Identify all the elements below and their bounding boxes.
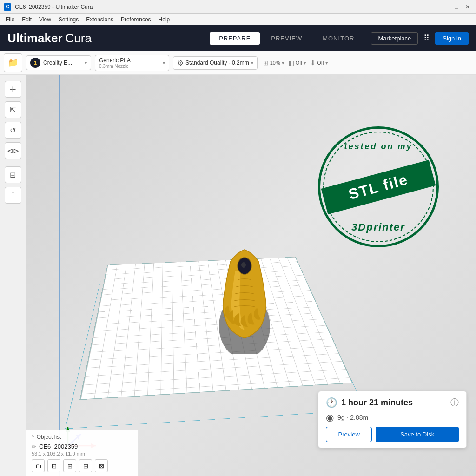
ol-icon-3[interactable]: ⊞ bbox=[63, 459, 76, 472]
save-to-disk-button[interactable]: Save to Disk bbox=[376, 427, 459, 442]
printer-badge: 1 bbox=[30, 58, 40, 68]
time-row: 🕐 1 hour 21 minutes ⓘ bbox=[326, 397, 459, 408]
minimize-button[interactable]: − bbox=[441, 2, 450, 12]
toolbar: 📁 1 Creality E... ▾ Generic PLA 0.3mm No… bbox=[0, 51, 476, 75]
adhesion-value: Off bbox=[317, 60, 324, 66]
object-list-panel: ^ Object list ✏ CE6_2002359 53.1 x 103.2… bbox=[26, 430, 138, 476]
ol-icon-2[interactable]: ⊡ bbox=[47, 459, 60, 472]
preview-button[interactable]: Preview bbox=[326, 427, 372, 442]
menu-view[interactable]: View bbox=[35, 15, 55, 24]
tab-preview[interactable]: PREVIEW bbox=[262, 32, 311, 45]
info-icon[interactable]: ⓘ bbox=[450, 397, 459, 408]
window-title: CE6_2002359 - Ultimaker Cura bbox=[15, 4, 93, 10]
adhesion-control[interactable]: ⬇ Off ▾ bbox=[310, 59, 328, 66]
menu-bar: File Edit View Settings Extensions Prefe… bbox=[0, 14, 476, 25]
bottom-panel: 🕐 1 hour 21 minutes ⓘ ◉ 9g · 2.88m Previ… bbox=[318, 391, 467, 448]
quality-dropdown-arrow: ▾ bbox=[251, 60, 253, 66]
filament-weight: 9g · 2.88m bbox=[337, 414, 459, 421]
stamp-bottom-text: 3Dprinter bbox=[351, 221, 405, 233]
ol-icon-1[interactable]: 🗀 bbox=[32, 459, 45, 472]
material-dropdown-arrow: ▾ bbox=[163, 60, 165, 66]
marketplace-button[interactable]: Marketplace bbox=[371, 32, 418, 45]
build-plate-background: tested on my STL file 3Dprinter 🕐 1 hour… bbox=[26, 75, 476, 476]
object-list-chevron: ^ bbox=[32, 435, 34, 440]
printer-dropdown-arrow: ▾ bbox=[85, 60, 87, 66]
rotate-tool-button[interactable]: ↺ bbox=[5, 122, 21, 139]
app-icon: C bbox=[4, 3, 11, 11]
scale-tool-button[interactable]: ⇱ bbox=[5, 101, 21, 118]
stamp-overlay: tested on my STL file 3Dprinter bbox=[313, 122, 443, 252]
quality-selector[interactable]: ⚙ Standard Quality - 0.2mm ▾ bbox=[173, 56, 258, 70]
grid-icon-button[interactable]: ⠿ bbox=[422, 31, 431, 45]
support-control[interactable]: ◧ Off ▾ bbox=[288, 59, 306, 66]
material-selector[interactable]: Generic PLA 0.3mm Nozzle ▾ bbox=[95, 55, 169, 71]
close-button[interactable]: ✕ bbox=[463, 2, 472, 12]
title-bar-left: C CE6_2002359 - Ultimaker Cura bbox=[4, 3, 93, 11]
filament-icon: ◉ bbox=[326, 412, 334, 423]
printer-name: Creality E... bbox=[43, 60, 82, 66]
signin-button[interactable]: Sign in bbox=[435, 32, 469, 45]
object-name-row: ✏ CE6_2002359 bbox=[32, 443, 132, 450]
group-tool-button[interactable]: ⊞ bbox=[5, 166, 21, 183]
ol-icon-4[interactable]: ⊟ bbox=[79, 459, 92, 472]
support-icon: ◧ bbox=[288, 59, 294, 66]
weight-row: ◉ 9g · 2.88m bbox=[326, 412, 459, 423]
menu-settings[interactable]: Settings bbox=[55, 15, 82, 24]
menu-extensions[interactable]: Extensions bbox=[82, 15, 117, 24]
material-name: Generic PLA bbox=[99, 57, 161, 64]
guide-line-right bbox=[462, 75, 463, 316]
main-area: ✛ ⇱ ↺ ⊲⊳ ⊞ ⊺ bbox=[0, 75, 476, 476]
window-controls: − □ ✕ bbox=[441, 2, 472, 12]
title-bar: C CE6_2002359 - Ultimaker Cura − □ ✕ bbox=[0, 0, 476, 14]
mirror-tool-button[interactable]: ⊲⊳ bbox=[5, 142, 21, 159]
menu-preferences[interactable]: Preferences bbox=[117, 15, 155, 24]
adhesion-icon: ⬇ bbox=[310, 59, 316, 66]
support-arrow: ▾ bbox=[304, 60, 306, 66]
material-sub: 0.3mm Nozzle bbox=[99, 64, 161, 69]
svg-point-2 bbox=[241, 262, 246, 268]
object-filename: CE6_2002359 bbox=[39, 443, 78, 450]
infill-arrow: ▾ bbox=[282, 60, 284, 66]
app-logo: Ultimaker Cura bbox=[7, 31, 202, 46]
edit-icon: ✏ bbox=[32, 443, 36, 450]
logo-ultimaker: Ultimaker bbox=[7, 31, 63, 46]
time-icon: 🕐 bbox=[326, 397, 337, 408]
menu-edit[interactable]: Edit bbox=[18, 15, 35, 24]
logo-cura: Cura bbox=[66, 31, 92, 46]
tab-prepare[interactable]: PREPARE bbox=[210, 32, 260, 45]
object-list-label: Object list bbox=[37, 434, 61, 440]
3d-model bbox=[207, 233, 282, 354]
print-time: 1 hour 21 minutes bbox=[341, 398, 447, 408]
action-buttons: Preview Save to Disk bbox=[326, 427, 459, 442]
settings-icon: ⚙ bbox=[177, 59, 184, 67]
adhesion-arrow: ▾ bbox=[325, 60, 328, 66]
nav-tabs: PREPARE PREVIEW MONITOR bbox=[210, 32, 364, 45]
object-dimensions: 53.1 x 103.2 x 11.0 mm bbox=[32, 451, 132, 456]
infill-icon: ⊞ bbox=[263, 59, 269, 66]
tab-monitor[interactable]: MONITOR bbox=[313, 32, 364, 45]
menu-file[interactable]: File bbox=[2, 15, 18, 24]
stamp-circle: tested on my STL file 3Dprinter bbox=[318, 126, 439, 247]
support-tool-button[interactable]: ⊺ bbox=[5, 187, 21, 204]
maximize-button[interactable]: □ bbox=[452, 2, 461, 12]
menu-help[interactable]: Help bbox=[155, 15, 174, 24]
infill-control[interactable]: ⊞ 10% ▾ bbox=[263, 59, 284, 66]
stamp-top-text: tested on my bbox=[344, 142, 412, 152]
printer-selector[interactable]: 1 Creality E... ▾ bbox=[26, 55, 91, 70]
viewport[interactable]: tested on my STL file 3Dprinter 🕐 1 hour… bbox=[26, 75, 476, 476]
guide-line-left bbox=[59, 75, 60, 476]
ol-icon-5[interactable]: ⊠ bbox=[95, 459, 108, 472]
object-list-header[interactable]: ^ Object list bbox=[32, 434, 132, 440]
nav-bar: Ultimaker Cura PREPARE PREVIEW MONITOR M… bbox=[0, 25, 476, 51]
move-tool-button[interactable]: ✛ bbox=[5, 81, 21, 98]
nav-right: Marketplace ⠿ Sign in bbox=[371, 31, 469, 45]
open-folder-button[interactable]: 📁 bbox=[4, 53, 22, 72]
quality-name: Standard Quality - 0.2mm bbox=[185, 60, 249, 66]
infill-value: 10% bbox=[270, 60, 280, 66]
object-action-icons: 🗀 ⊡ ⊞ ⊟ ⊠ bbox=[32, 459, 132, 472]
left-toolbar: ✛ ⇱ ↺ ⊲⊳ ⊞ ⊺ bbox=[0, 75, 26, 476]
toolbar-extras: ⊞ 10% ▾ ◧ Off ▾ ⬇ Off ▾ bbox=[263, 59, 328, 66]
support-value: Off bbox=[296, 60, 302, 66]
